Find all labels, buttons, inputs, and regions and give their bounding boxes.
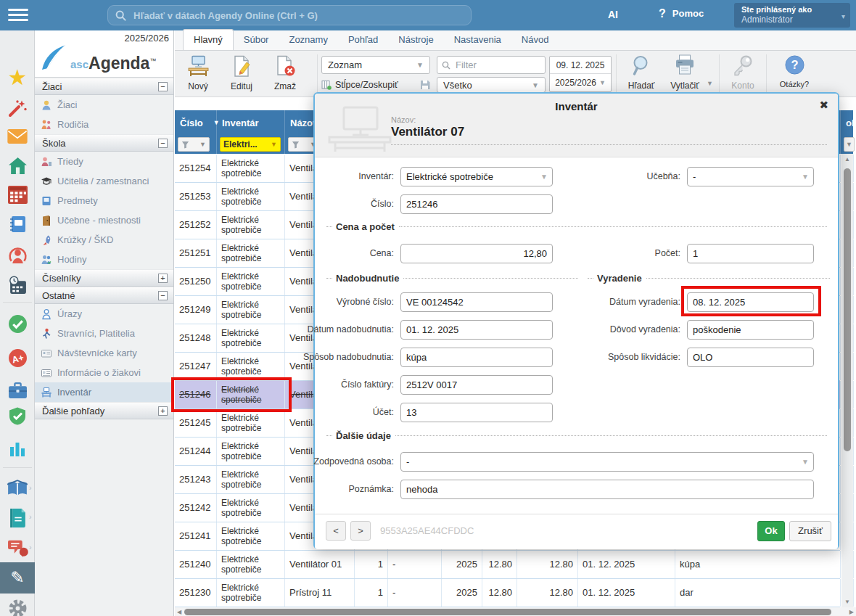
filter-chip[interactable]: ▼ <box>844 137 855 152</box>
filter-box[interactable] <box>437 56 546 74</box>
sidebar-item-u-ebne-miestnosti[interactable]: Učebne - miestnosti <box>35 210 173 230</box>
classregister-notebook-icon[interactable] <box>0 210 35 238</box>
global-search[interactable] <box>107 5 472 25</box>
sidebar-item-inform-cie-o-iakovi[interactable]: Informácie o žiakovi <box>35 363 173 382</box>
scroll-right-icon[interactable]: ▶ <box>849 609 854 615</box>
sidebar-item-predmety[interactable]: Predmety <box>35 191 173 210</box>
scroll-up-icon[interactable]: ▲ <box>841 156 853 163</box>
collapse-icon[interactable]: − <box>158 291 168 300</box>
sidebar-section-ostatn-[interactable]: Ostatné− <box>35 287 173 304</box>
tab-n-stroje[interactable]: Nástroje <box>388 30 443 50</box>
expand-icon[interactable]: + <box>158 274 168 283</box>
field-počet[interactable] <box>687 244 814 263</box>
hamburger-menu-icon[interactable] <box>8 9 28 22</box>
field-poznámka[interactable] <box>400 480 814 499</box>
field-účet[interactable] <box>400 403 553 422</box>
magic-wand-icon[interactable] <box>0 94 35 122</box>
sidebar-item-kr-ky-kd[interactable]: Krúžky / ŠKD <box>35 230 173 250</box>
field-číslo[interactable] <box>400 194 553 214</box>
user-menu[interactable]: Ste prihlásený ako Administrátor ▾ <box>734 3 850 28</box>
collapse-icon[interactable]: − <box>158 82 168 91</box>
ai-button[interactable]: AI <box>608 9 618 20</box>
field-spôsob-nadobudnutia[interactable] <box>400 348 553 367</box>
favorites-star-icon[interactable]: ★ <box>0 64 35 91</box>
sidebar-section--seln-ky[interactable]: Číselníky+ <box>35 269 173 287</box>
edit-button[interactable]: Edituj <box>223 55 260 91</box>
sidebar-item--razy[interactable]: Úrazy <box>35 304 173 324</box>
next-record-button[interactable]: > <box>350 521 371 541</box>
person-profile-icon[interactable] <box>0 241 35 268</box>
print-dropdown-caret[interactable]: ▼ <box>707 80 713 87</box>
agenda-pen-icon[interactable]: ✎ <box>0 562 35 594</box>
questions-button[interactable]: ? Otázky? <box>775 54 813 89</box>
field-cena[interactable] <box>400 244 553 263</box>
cancel-button[interactable]: Zrušiť <box>789 521 831 541</box>
view-select[interactable]: Zoznam▼ <box>321 56 430 74</box>
statistics-chart-icon[interactable] <box>0 435 35 462</box>
horizontal-scrollbar[interactable]: ◀ ▶ <box>175 607 856 616</box>
sidebar-item-n-v-tevn-cke-karty[interactable]: Návštevnícke karty <box>35 343 173 363</box>
attendance-check-icon[interactable] <box>0 310 35 337</box>
tab-zoznamy[interactable]: Zoznamy <box>279 30 337 50</box>
field-číslo-faktúry[interactable] <box>400 375 553 395</box>
school-year-select[interactable]: 2025/2026▼ <box>550 74 611 91</box>
sidebar-item-invent-r[interactable]: Inventár <box>35 382 173 402</box>
active-filter-chip[interactable]: Elektri...▼ <box>220 137 281 152</box>
ok-button[interactable]: Ok <box>757 521 785 541</box>
sidebar-item-stravn-ci-platitelia[interactable]: Stravníci, Platitelia <box>35 324 173 343</box>
tab-n-vod[interactable]: Návod <box>511 30 559 50</box>
field-dátum-nadobudnutia[interactable] <box>400 320 553 340</box>
print-button[interactable]: Vytlačiť <box>666 54 704 91</box>
vertical-scrollbar[interactable]: ▲ ▼ <box>841 154 853 607</box>
delete-button[interactable]: Zmaž <box>266 55 304 91</box>
sidebar-item-triedy[interactable]: Triedy <box>35 152 173 171</box>
column-header-Inventár[interactable]: Inventár <box>217 110 285 135</box>
tab-poh-ad[interactable]: Pohľad <box>338 30 388 50</box>
save-layout-icon[interactable] <box>420 80 430 90</box>
sidebar-item--iaci[interactable]: Žiaci <box>35 95 173 115</box>
messages-envelope-icon[interactable] <box>0 123 35 150</box>
filter-chip[interactable]: ▼ <box>178 137 210 152</box>
global-search-input[interactable] <box>132 9 464 22</box>
field-učebňa[interactable]: -▼ <box>687 167 814 186</box>
field-dôvod-vyradenia[interactable] <box>687 320 814 340</box>
expand-icon[interactable]: + <box>158 406 168 416</box>
horizontal-scroll-thumb[interactable] <box>184 609 831 615</box>
scroll-left-icon[interactable]: ◀ <box>177 609 181 615</box>
help-button[interactable]: ? Pomoc <box>659 8 704 20</box>
close-icon[interactable]: ✖ <box>819 99 828 112</box>
current-date[interactable]: 09. 12. 2025 <box>550 57 611 74</box>
new-button[interactable]: Nový <box>179 55 217 91</box>
tab-s-bor[interactable]: Súbor <box>234 30 279 50</box>
column-header-oba[interactable]: oba <box>841 110 854 135</box>
filter-input[interactable] <box>454 59 540 71</box>
previous-record-button[interactable]: < <box>326 521 346 541</box>
scroll-down-icon[interactable]: ▼ <box>841 599 853 605</box>
sidebar-item-u-itelia-zamestnanci[interactable]: Učitelia / zamestnanci <box>35 171 173 191</box>
vertical-scroll-thumb[interactable] <box>844 168 851 451</box>
sidebar-item-rodi-ia[interactable]: Rodičia <box>35 115 173 134</box>
settings-gear-icon[interactable] <box>0 594 35 616</box>
table-row-251240[interactable]: 251240Elektrické spotrebičeVentilátor 01… <box>175 551 840 579</box>
briefcase-icon[interactable] <box>0 377 35 404</box>
field-inventár[interactable]: Elektrické spotrebiče▼ <box>400 167 553 186</box>
sidebar-section--iaci[interactable]: Žiaci− <box>35 78 173 95</box>
collapse-icon[interactable]: − <box>158 139 168 148</box>
field-spôsob-likvidácie[interactable] <box>687 348 814 367</box>
timetable-calendar-icon[interactable] <box>0 181 35 208</box>
tab-nastavenia[interactable]: Nastavenia <box>444 30 511 50</box>
grades-aplus-icon[interactable]: A+ <box>0 344 35 371</box>
table-row-251230[interactable]: 251230Elektrické spotrebičePrístroj 111-… <box>175 579 840 607</box>
search-button[interactable]: Hľadať <box>622 54 660 91</box>
field-dátum-vyradenia[interactable] <box>687 292 814 312</box>
sidebar-item-hodiny[interactable]: Hodiny <box>35 250 173 269</box>
column-header-Číslo[interactable]: Číslo▼ <box>175 110 217 135</box>
tab-hlavn-[interactable]: Hlavný <box>183 29 234 50</box>
sidebar-section--al-ie-poh-ady[interactable]: Ďalšie pohľady+ <box>35 402 173 419</box>
sidebar-section--kola[interactable]: Škola− <box>35 134 173 152</box>
planner-calendar-clock-icon[interactable] <box>0 271 35 299</box>
name-field-value[interactable]: Ventilátor 07 <box>391 125 464 139</box>
field-zodpovedná-osoba[interactable]: -▼ <box>400 452 814 472</box>
columns-group-button[interactable]: Stĺpce/Zoskupiť <box>321 77 430 93</box>
school-house-icon[interactable] <box>0 152 35 179</box>
